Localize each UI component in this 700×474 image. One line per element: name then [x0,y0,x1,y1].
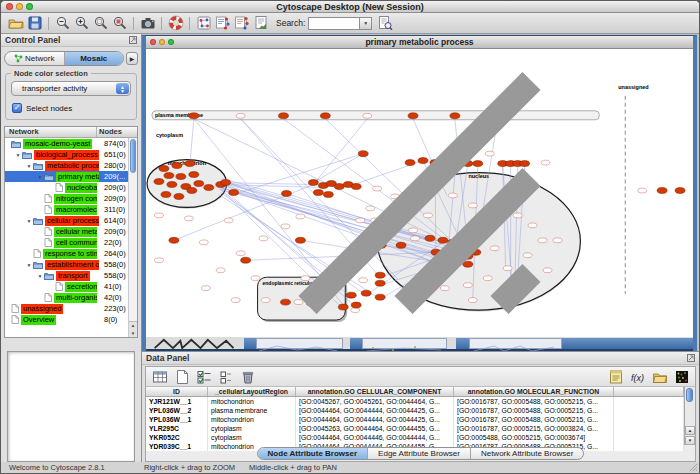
view-maximize-icon[interactable] [168,39,174,45]
network-view-window[interactable]: primary metabolic process plasma membran… [142,35,697,351]
search-options-icon[interactable] [376,15,393,32]
maximize-icon[interactable] [26,3,33,10]
table-row[interactable]: YLR295Ccytoplasm[GO:0045263, GO:0044464,… [146,424,684,433]
column-header-3[interactable]: annotation.GO MOLECULAR_FUNCTION [454,387,614,396]
tree-row-biological-process[interactable]: ▼biological_process651(0) [5,149,128,160]
scroll-up-button[interactable]: ▲ [685,426,695,435]
table-row[interactable]: YKR052Ccytoplasm[GO:0044464, GO:0044446,… [146,433,684,442]
tree-row-label: macromolecule [54,205,97,215]
unselect-attributes-icon[interactable] [217,368,234,385]
minimized-window-thumbnail[interactable] [362,338,447,349]
table-row[interactable]: YPL036W__2plasma membrane[GO:0044464, GO… [146,406,684,415]
table-row[interactable]: YJR121W__1mitochondrion[GO:0045267, GO:0… [146,397,684,406]
expander-icon[interactable]: ▼ [25,218,33,224]
vizmapper-ring-icon[interactable] [167,15,184,32]
matrix-icon[interactable] [673,368,690,385]
tree-row-establishment-of-lo[interactable]: ▼establishment of lo558(0) [5,259,128,270]
tree-row-multi-organism-pro[interactable]: multi-organism pro42(0) [5,292,128,303]
tree-row-nucleobase-[interactable]: nucleobase-209(0) [5,182,128,193]
column-header-2[interactable]: annotation.GO CELLULAR_COMPONENT [296,387,454,396]
attribute-mapper-icon-b[interactable] [233,15,250,32]
minimized-window-thumbnail[interactable] [469,338,562,349]
zoom-selected-icon[interactable] [92,15,109,32]
attribute-mapper-icon-a[interactable] [214,15,231,32]
save-icon[interactable] [26,15,43,32]
minimized-window-icon[interactable] [244,338,256,349]
float-panel-icon[interactable] [687,354,695,362]
tree-row-metabolic-process[interactable]: ▼metabolic process280(0) [5,160,128,171]
tree-row-response-to-stimulu[interactable]: response to stimulu264(0) [5,248,128,259]
tree-row-macromolecule[interactable]: macromolecule311(0) [5,204,128,215]
tree-row-secretion[interactable]: secretion41(0) [5,281,128,292]
tab-edge-attribute-browser[interactable]: Edge Attribute Browser [368,448,471,459]
zoom-out-icon[interactable] [54,15,71,32]
tree-row-transport[interactable]: ▼transport558(0) [5,270,128,281]
expander-icon[interactable]: ▼ [36,273,44,279]
tree-row-label: biological_process [34,150,99,160]
background-network-sketch [149,338,241,349]
view-close-icon[interactable] [150,39,156,45]
zoom-fit-icon[interactable] [111,15,128,32]
grid-network-icon[interactable] [195,15,212,32]
tree-column-network[interactable]: Network [5,127,97,137]
delete-attribute-icon[interactable] [239,368,256,385]
zoom-in-icon[interactable] [73,15,90,32]
minimized-window-thumbnail[interactable] [256,338,343,349]
table-row[interactable]: YPL036W__1mitochondrion[GO:0044464, GO:0… [146,415,684,424]
tree-column-nodes[interactable]: Nodes [97,127,137,137]
view-minimize-icon[interactable] [159,39,165,45]
network-view-titlebar[interactable]: primary metabolic process [146,36,693,49]
tab-network-attribute-browser[interactable]: Network Attribute Browser [471,448,583,459]
function-builder-icon[interactable]: f(x) [629,368,646,385]
search-input[interactable] [308,17,360,30]
table-scrollbar-thumb[interactable] [686,388,693,402]
snapshot-icon[interactable] [139,15,156,32]
expander-icon[interactable]: ▼ [14,152,22,158]
tree-row-mosaic-demo-yeast[interactable]: mosaic-demo-yeast874(0) [5,138,128,149]
expander-icon[interactable]: ▼ [25,262,33,268]
column-header-1[interactable]: _cellularLayoutRegion [208,387,296,396]
tab-node-attribute-browser[interactable]: Node Attribute Browser [258,448,369,459]
search-dropdown-arrow-icon[interactable]: ▼ [360,17,372,30]
minimize-icon[interactable] [16,3,23,10]
table-mode-icon[interactable] [151,368,168,385]
new-attribute-icon[interactable] [173,368,190,385]
node-color-dropdown[interactable]: transporter activity ▲▼ [11,81,131,96]
tree-row-unassigned[interactable]: unassigned223(0) [5,303,128,314]
close-icon[interactable] [6,3,13,10]
tree-scrollbar-thumb[interactable] [130,139,136,173]
float-panel-icon[interactable] [129,36,137,44]
toolbar-separator [161,17,162,30]
tree-row-cellular-metabol[interactable]: cellular metabol209(0) [5,226,128,237]
import-network-icon[interactable] [252,15,269,32]
expander-icon[interactable]: ▼ [25,163,33,169]
select-attributes-icon[interactable] [195,368,212,385]
select-nodes-checkbox[interactable]: ✓ [12,103,22,113]
minimized-windows-strip [146,337,693,351]
import-attributes-icon[interactable] [651,368,668,385]
minimized-window-icon[interactable] [456,338,469,349]
tab-network[interactable]: Network [5,52,65,65]
tree-row-overview[interactable]: Overview8(0) [5,314,128,325]
tree-row-nitrogen-compo[interactable]: nitrogen compo209(0) [5,193,128,204]
tab-mosaic[interactable]: Mosaic [65,52,124,65]
tree-row-label: cell communicat [54,238,97,248]
network-canvas[interactable]: plasma membranecytoplasmmitochondrionnuc… [146,49,693,337]
open-icon[interactable] [7,15,24,32]
tree-scroll-buttons[interactable]: ▲▼ [129,321,137,337]
minimized-window-icon[interactable] [350,338,362,349]
scroll-down-button[interactable]: ▼ [685,436,695,445]
table-scrollbar[interactable]: ▲ ▼ [684,387,695,445]
window-resize-grip[interactable] [146,49,693,337]
app-resize-grip[interactable] [689,463,698,472]
expander-icon[interactable]: ▼ [36,174,44,180]
column-header-id[interactable]: ID [146,387,208,396]
tree-row-cell-communicat[interactable]: cell communicat22(0) [5,237,128,248]
tree-row-cellular-process[interactable]: ▼cellular process614(0) [5,215,128,226]
attribute-table[interactable]: ID_cellularLayoutRegionannotation.GO CEL… [146,387,684,445]
tree-scrollbar[interactable]: ▲▼ [128,138,137,337]
more-tabs-button[interactable]: ▶ [126,52,138,65]
table-cell: YPL036W__2 [146,406,208,415]
tree-row-primary-metabo[interactable]: ▼primary metabo209(... [5,171,128,182]
notes-icon[interactable] [607,368,624,385]
